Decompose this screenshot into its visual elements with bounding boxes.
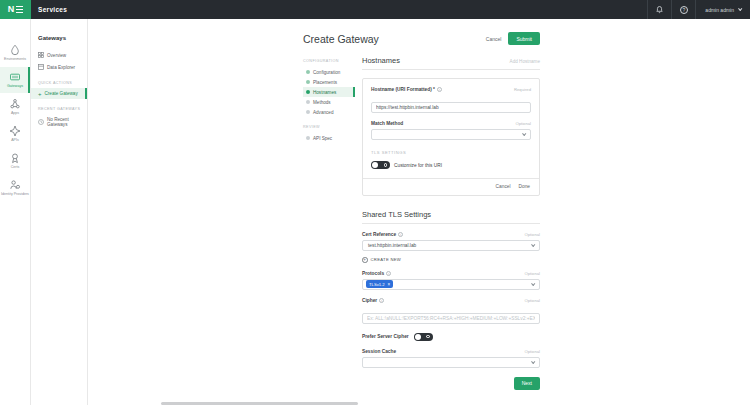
step-dot [306, 110, 310, 114]
prefer-server-cipher-toggle[interactable] [414, 333, 433, 341]
cert-reference-select[interactable]: test.httpbin.internal.lab [362, 240, 540, 251]
rail-item-environments[interactable]: Environments [0, 40, 30, 66]
icon-rail: Environments Gateways Apps APIs Certs Id… [0, 19, 31, 405]
step-hostnames[interactable]: Hostnames [303, 87, 353, 97]
session-cache-label: Session Cache [362, 349, 396, 354]
cipher-input[interactable] [362, 313, 540, 324]
toggle-off-ring [426, 335, 429, 338]
rail-item-gateways[interactable]: Gateways [0, 67, 30, 93]
form-nav-section-configuration: CONFIGURATION [303, 59, 353, 63]
droplet-icon [9, 44, 21, 56]
next-button[interactable]: Next [514, 377, 540, 390]
notifications-button[interactable] [647, 0, 671, 19]
form-content: Hostnames Add Hostname Hostname (URI For… [362, 56, 540, 390]
protocol-tag: TLSv1.2 × [366, 280, 393, 288]
hostname-card: Hostname (URI Formatted) * i Required Ma… [362, 78, 540, 196]
clock-icon [38, 119, 44, 125]
step-dot [306, 70, 310, 74]
step-placements[interactable]: Placements [303, 77, 353, 87]
hamburger-menu-icon [16, 6, 23, 13]
form-nav-section-review: REVIEW [303, 125, 353, 129]
user-menu[interactable]: admin admin [695, 0, 750, 19]
help-icon: ? [680, 6, 688, 14]
prefer-server-cipher-label: Prefer Server Cipher [362, 334, 409, 339]
optional-badge: Optional [524, 271, 540, 276]
bell-icon [655, 5, 664, 14]
info-icon[interactable]: i [379, 298, 384, 303]
apps-icon [9, 98, 21, 110]
plus-circle-icon: + [362, 257, 368, 263]
cancel-button[interactable]: Cancel [486, 36, 502, 42]
optional-badge: Optional [515, 121, 531, 126]
top-bar: N Services ? admin admin [0, 0, 750, 19]
app-title: Services [38, 6, 67, 13]
form-step-nav: CONFIGURATION Configuration Placements H… [303, 56, 353, 390]
sidebar-item-overview[interactable]: Overview [31, 49, 87, 61]
add-hostname-link[interactable]: Add Hostname [510, 59, 540, 64]
info-icon[interactable]: i [398, 232, 403, 237]
sidebar-item-create-gateway[interactable]: + Create Gateway [31, 88, 87, 99]
toggle-knob [415, 334, 421, 340]
optional-badge: Optional [524, 298, 540, 303]
step-configuration[interactable]: Configuration [303, 67, 353, 77]
step-methods[interactable]: Methods [303, 97, 353, 107]
chevron-down-icon [522, 132, 526, 136]
step-dot [306, 80, 310, 84]
rail-item-apis[interactable]: APIs [0, 121, 30, 147]
info-icon[interactable]: i [386, 271, 391, 276]
toggle-knob [372, 162, 378, 168]
grid-icon [38, 52, 44, 58]
hostname-input[interactable] [371, 102, 531, 113]
gateway-icon [9, 71, 21, 83]
hostname-label: Hostname (URI Formatted) * [371, 87, 435, 92]
session-cache-select[interactable] [362, 357, 540, 368]
hostnames-heading: Hostnames [362, 56, 400, 65]
data-explorer-icon [38, 64, 44, 70]
protocols-label: Protocols [362, 271, 384, 276]
certificate-ribbon-icon [9, 152, 21, 164]
card-cancel-link[interactable]: Cancel [496, 184, 511, 189]
tls-settings-header: TLS SETTINGS [371, 150, 531, 155]
rail-item-identity-providers[interactable]: Identity Providers [0, 175, 30, 201]
chevron-down-icon [531, 243, 535, 247]
chevron-down-icon [738, 7, 742, 11]
optional-badge: Optional [524, 232, 540, 237]
compass-icon [9, 125, 21, 137]
identity-icon [9, 179, 21, 191]
nginx-logo[interactable]: N [0, 0, 31, 19]
help-button[interactable]: ? [671, 0, 695, 19]
match-method-label: Match Method [371, 121, 403, 126]
chevron-down-icon [531, 359, 535, 363]
rail-item-certs[interactable]: Certs [0, 148, 30, 174]
step-api-spec[interactable]: API Spec [303, 133, 353, 143]
nginx-n-icon: N [8, 5, 15, 14]
customize-uri-toggle[interactable] [371, 161, 390, 169]
rail-item-apps[interactable]: Apps [0, 94, 30, 120]
customize-uri-label: Customize for this URI [394, 163, 442, 168]
plus-icon: + [38, 92, 42, 96]
cert-reference-value: test.httpbin.internal.lab [366, 243, 416, 248]
protocols-select[interactable]: TLSv1.2 × [362, 279, 540, 290]
chevron-down-icon [531, 281, 535, 285]
info-icon[interactable]: i [437, 87, 442, 92]
sidebar-section-recent: RECENT GATEWAYS [31, 99, 87, 114]
match-method-select[interactable] [371, 129, 531, 140]
sidebar-item-data-explorer[interactable]: Data Explorer [31, 61, 87, 73]
remove-tag-icon[interactable]: × [388, 282, 391, 287]
sidebar-title: Gateways [31, 35, 87, 41]
toggle-off-ring [384, 163, 387, 166]
card-done-link[interactable]: Done [519, 184, 530, 189]
sidebar-item-no-recent-gateways: No Recent Gateways [31, 114, 87, 130]
submit-button[interactable]: Submit [508, 32, 540, 45]
optional-badge: Optional [524, 349, 540, 354]
sidebar-section-quick-actions: QUICK ACTIONS [31, 73, 87, 88]
step-dot [306, 90, 310, 94]
step-advanced[interactable]: Advanced [303, 107, 353, 117]
create-new-link[interactable]: + CREATE NEW [362, 257, 540, 263]
main-content: Create Gateway Cancel Submit CONFIGURATI… [88, 19, 750, 405]
shared-tls-heading: Shared TLS Settings [362, 210, 431, 219]
user-name: admin admin [705, 7, 734, 13]
step-dot [306, 136, 310, 140]
cert-reference-label: Cert Reference [362, 232, 396, 237]
step-dot [306, 100, 310, 104]
